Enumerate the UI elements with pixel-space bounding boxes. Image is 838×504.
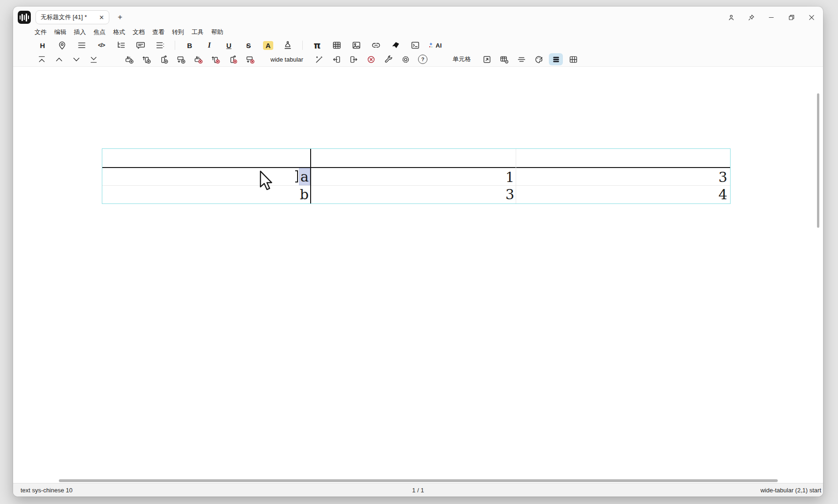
ai-button[interactable]: AI <box>427 39 443 52</box>
insert-row-above-button[interactable] <box>122 53 136 65</box>
table-icon <box>332 40 342 50</box>
mouse-cursor-icon <box>259 170 275 191</box>
outline-button[interactable] <box>113 39 129 52</box>
underline-button[interactable]: U <box>221 39 237 52</box>
source-code-button[interactable]: </> <box>93 39 109 52</box>
table-cell[interactable]: 4 <box>718 186 727 203</box>
table-cell[interactable]: b <box>300 186 309 203</box>
heading-button[interactable]: H <box>35 39 50 52</box>
menu-file[interactable]: 文件 <box>35 28 47 36</box>
cell-align-button[interactable] <box>514 53 528 65</box>
delete-row-below-button[interactable] <box>243 53 257 65</box>
document-tab[interactable]: 无标题文件 [41] * ✕ <box>36 10 109 24</box>
menu-bar: 文件 编辑 插入 焦点 格式 文档 查看 转到 工具 帮助 <box>13 26 823 38</box>
title-bar: 无标题文件 [41] * ✕ + <box>13 7 823 26</box>
fold-button[interactable] <box>388 39 404 52</box>
insert-row-below-icon <box>176 55 186 64</box>
delete-row-below-icon <box>245 55 255 64</box>
table-cell[interactable]: 3 <box>718 169 727 186</box>
enter-box-icon <box>332 55 341 64</box>
menu-tools[interactable]: 工具 <box>192 28 204 36</box>
ai-label: AI <box>436 42 442 49</box>
table-cell-a[interactable]: a <box>297 168 310 185</box>
delete-column-right-icon <box>228 55 238 64</box>
delete-row-above-button[interactable] <box>191 53 205 65</box>
document-canvas[interactable]: a 1 3 b 3 4 <box>13 66 823 483</box>
italic-button[interactable]: I <box>201 39 217 52</box>
ink-bottle-icon <box>283 40 293 50</box>
location-pin-icon <box>57 40 67 50</box>
window-controls <box>727 14 816 21</box>
close-window-icon[interactable] <box>808 14 816 21</box>
vertical-scrollbar[interactable] <box>817 93 819 228</box>
table-column-border <box>310 149 311 203</box>
menu-format[interactable]: 格式 <box>113 28 125 36</box>
scroll-bottom-button[interactable] <box>86 53 100 65</box>
menu-edit[interactable]: 编辑 <box>54 28 66 36</box>
ink-button[interactable] <box>280 39 296 52</box>
delete-column-right-button[interactable] <box>226 53 240 65</box>
account-icon[interactable] <box>727 14 735 21</box>
menu-insert[interactable]: 插入 <box>74 28 86 36</box>
code-icon: </> <box>98 42 105 49</box>
strikethrough-button[interactable]: S <box>241 39 256 52</box>
cell-borders-button[interactable] <box>549 53 563 65</box>
detail-lines-icon <box>155 40 165 50</box>
delete-structure-button[interactable] <box>364 53 378 65</box>
comment-button[interactable] <box>133 39 149 52</box>
scroll-down-button[interactable] <box>69 53 83 65</box>
enter-structure-button[interactable] <box>329 53 343 65</box>
align-lines-icon <box>517 55 526 64</box>
horizontal-scrollbar[interactable] <box>59 479 778 482</box>
fold-icon <box>391 40 401 50</box>
new-tab-button[interactable]: + <box>118 13 122 22</box>
pin-window-icon[interactable] <box>747 14 755 21</box>
menu-view[interactable]: 查看 <box>152 28 164 36</box>
table-cell[interactable]: 1 <box>505 169 514 186</box>
help-icon: ? <box>418 55 427 64</box>
wide-tabular-table[interactable]: a 1 3 b 3 4 <box>102 148 731 204</box>
scroll-top-button[interactable] <box>35 53 49 65</box>
insert-table-button[interactable] <box>329 39 345 52</box>
settings-button[interactable] <box>398 53 412 65</box>
terminal-button[interactable] <box>407 39 423 52</box>
insert-image-button[interactable] <box>348 39 364 52</box>
math-button[interactable]: π <box>309 39 325 52</box>
cell-color-button[interactable] <box>532 53 546 65</box>
insert-column-left-button[interactable] <box>139 53 153 65</box>
delete-column-left-button[interactable] <box>208 53 222 65</box>
insert-row-below-button[interactable] <box>174 53 188 65</box>
magic-wand-button[interactable] <box>312 53 326 65</box>
help-button[interactable]: ? <box>416 53 430 65</box>
menu-help[interactable]: 帮助 <box>211 28 223 36</box>
scroll-up-button[interactable] <box>52 53 66 65</box>
restore-icon[interactable] <box>788 14 795 21</box>
location-button[interactable] <box>54 39 70 52</box>
preferences-button[interactable] <box>381 53 395 65</box>
table-grid-button[interactable] <box>566 53 580 65</box>
selected-char: a <box>299 168 310 185</box>
insert-link-button[interactable] <box>368 39 384 52</box>
menu-goto[interactable]: 转到 <box>172 28 184 36</box>
italic-icon: I <box>208 41 211 49</box>
table-settings-button[interactable] <box>497 53 511 65</box>
menu-document[interactable]: 文档 <box>133 28 145 36</box>
cell-expand-button[interactable] <box>480 53 494 65</box>
cell-section-label: 单元格 <box>453 55 471 63</box>
details-button[interactable] <box>152 39 168 52</box>
exit-structure-button[interactable] <box>347 53 361 65</box>
insert-column-right-button[interactable] <box>156 53 170 65</box>
minimize-icon[interactable] <box>767 14 775 21</box>
tab-title: 无标题文件 [41] * <box>41 13 87 21</box>
list-button[interactable] <box>74 39 90 52</box>
text-caret <box>297 170 298 182</box>
close-tab-icon[interactable]: ✕ <box>99 14 104 21</box>
gear-icon <box>401 55 411 64</box>
toolbar-primary: H </> B I U S A π AI <box>13 38 823 52</box>
text-color-button[interactable]: A <box>260 39 276 52</box>
table-row-border <box>102 167 730 168</box>
menu-focus[interactable]: 焦点 <box>93 28 106 36</box>
table-cell[interactable]: 3 <box>505 186 514 203</box>
bold-button[interactable]: B <box>182 39 198 52</box>
toolbar-separator <box>302 41 303 50</box>
